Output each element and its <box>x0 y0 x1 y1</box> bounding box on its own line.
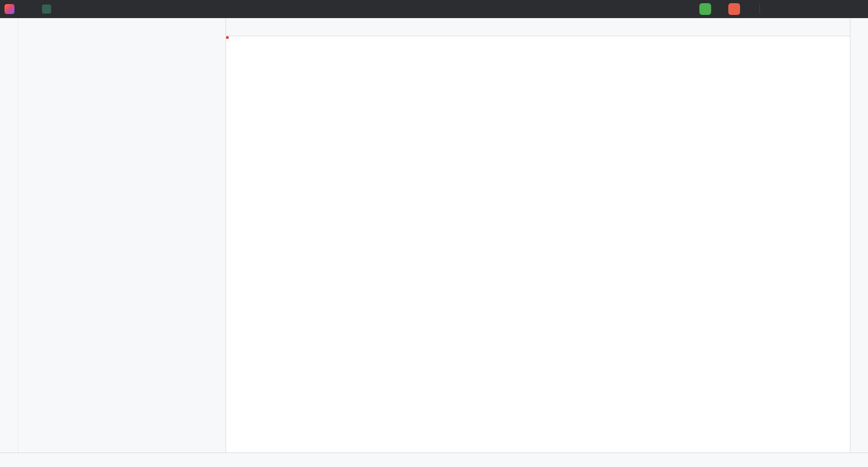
code-with-me-button[interactable] <box>764 3 778 15</box>
project-widget[interactable] <box>39 3 60 15</box>
project-tool-window <box>18 18 226 453</box>
editor-tab-bar <box>226 18 850 36</box>
main-area <box>0 18 868 453</box>
inspections-widget[interactable] <box>828 38 840 40</box>
code-lines <box>226 36 850 453</box>
editor-zone <box>226 18 850 453</box>
code-editor[interactable] <box>226 36 850 453</box>
minimize-button[interactable] <box>810 0 827 18</box>
run-button[interactable] <box>699 3 711 15</box>
vcs-widget[interactable] <box>65 7 74 11</box>
stop-button[interactable] <box>728 3 740 15</box>
project-badge <box>42 5 51 14</box>
settings-button[interactable] <box>795 3 808 15</box>
more-actions-button[interactable] <box>742 3 755 15</box>
intellij-logo-icon <box>5 4 14 14</box>
status-bar <box>0 453 868 467</box>
close-button[interactable] <box>848 0 865 18</box>
search-everywhere-button[interactable] <box>779 3 793 15</box>
run-configuration-widget[interactable] <box>687 8 698 10</box>
tab-bar-actions <box>842 18 848 35</box>
debug-button[interactable] <box>713 3 726 15</box>
divider <box>760 5 760 14</box>
title-bar <box>0 0 868 18</box>
left-tool-strip <box>0 18 18 453</box>
project-tree <box>18 34 226 453</box>
right-tool-strip <box>850 18 868 453</box>
maximize-button[interactable] <box>829 0 846 18</box>
main-menu-button[interactable] <box>20 3 33 15</box>
editor-scrollbar[interactable] <box>844 36 850 453</box>
project-panel-header[interactable] <box>18 18 226 34</box>
